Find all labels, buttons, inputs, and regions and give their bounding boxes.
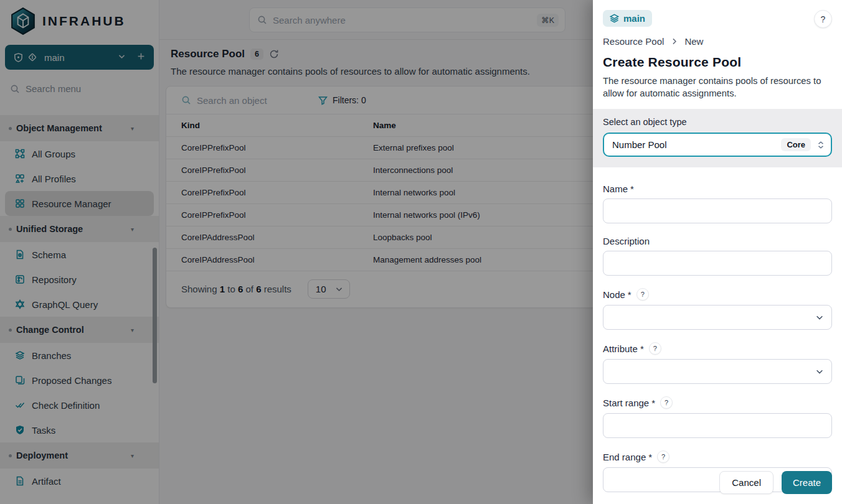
branch-badge[interactable]: main	[603, 10, 652, 27]
start-range-input[interactable]	[603, 413, 832, 438]
required-asterisk: *	[640, 343, 644, 354]
node-select[interactable]	[603, 305, 832, 330]
description-input[interactable]	[603, 251, 832, 276]
branch-badge-label: main	[623, 13, 645, 24]
field-start-range: Start range * ?	[603, 396, 832, 438]
field-name: Name *	[603, 184, 832, 223]
create-form: Name * Description Node * ? Attribute * …	[593, 167, 842, 492]
breadcrumb-resource-pool[interactable]: Resource Pool	[603, 36, 664, 47]
required-asterisk: *	[628, 289, 632, 300]
layers-icon	[610, 14, 619, 23]
field-help-icon[interactable]: ?	[649, 342, 661, 355]
chevron-right-icon	[670, 37, 678, 45]
breadcrumb: Resource Pool New	[603, 36, 832, 47]
required-asterisk: *	[630, 184, 634, 194]
field-help-icon[interactable]: ?	[657, 450, 669, 463]
attribute-select[interactable]	[603, 359, 832, 384]
object-type-value: Number Pool	[612, 139, 775, 150]
field-help-icon[interactable]: ?	[636, 288, 649, 301]
field-attribute: Attribute * ?	[603, 342, 832, 384]
field-description: Description	[603, 236, 832, 276]
name-input[interactable]	[603, 198, 832, 223]
create-resource-pool-drawer: main ? Resource Pool New Create Resource…	[593, 0, 842, 504]
required-asterisk: *	[648, 452, 652, 462]
object-type-select[interactable]: Number Pool Core	[603, 133, 832, 157]
select-updown-icon	[816, 141, 825, 149]
drawer-title: Create Resource Pool	[603, 55, 832, 70]
object-type-label: Select an object type	[603, 117, 832, 127]
core-badge: Core	[781, 138, 811, 151]
breadcrumb-new: New	[684, 36, 703, 47]
field-help-icon[interactable]: ?	[660, 396, 673, 409]
chevron-down-icon	[815, 313, 824, 322]
object-type-section: Select an object type Number Pool Core	[593, 109, 842, 167]
create-button[interactable]: Create	[782, 471, 832, 494]
field-node: Node * ?	[603, 288, 832, 330]
cancel-button[interactable]: Cancel	[719, 471, 773, 494]
chevron-down-icon	[815, 367, 824, 376]
help-button[interactable]: ?	[814, 10, 832, 28]
drawer-subtitle: The resource manager contains pools of r…	[603, 75, 827, 100]
required-asterisk: *	[651, 398, 655, 408]
